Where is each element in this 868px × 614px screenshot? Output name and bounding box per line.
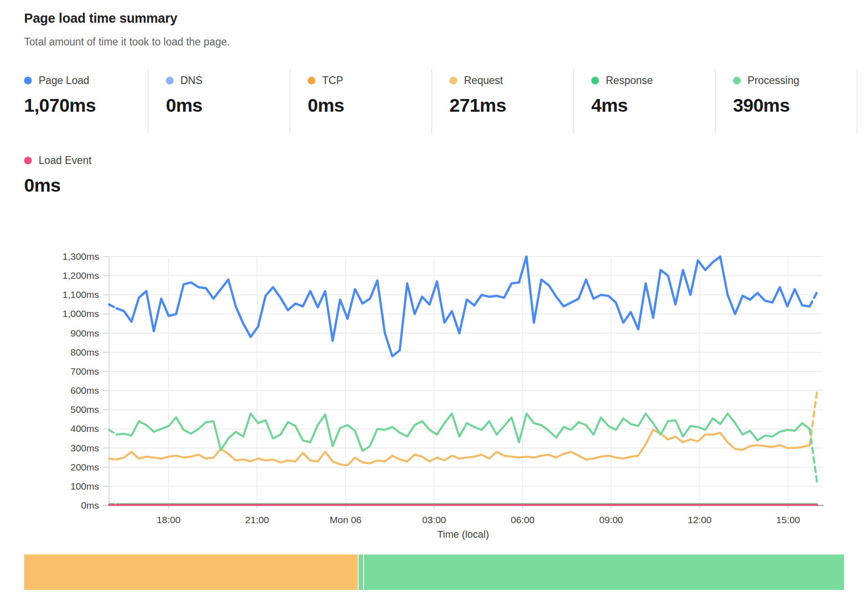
tcp-dot-icon — [308, 77, 315, 84]
svg-text:100ms: 100ms — [70, 481, 99, 491]
svg-text:300ms: 300ms — [70, 443, 99, 453]
svg-text:0ms: 0ms — [81, 500, 99, 510]
metric-tcp-label-row: TCP — [308, 74, 431, 87]
page-load-summary-panel: Page load time summary Total amount of t… — [0, 0, 868, 614]
svg-text:Time (local): Time (local) — [437, 529, 489, 540]
metric-processing-label-row: Processing — [733, 74, 857, 87]
metric-response: Response 4ms — [574, 69, 716, 134]
metric-dns-value: 0ms — [166, 95, 289, 116]
svg-text:800ms: 800ms — [70, 347, 99, 357]
response-dot-icon — [591, 77, 599, 84]
metric-label: Processing — [748, 74, 799, 87]
metric-dns: DNS 0ms — [149, 69, 290, 134]
svg-text:700ms: 700ms — [70, 366, 99, 376]
metric-page-load: Page Load 1,070ms — [24, 69, 149, 134]
svg-text:09:00: 09:00 — [599, 515, 623, 525]
uptime-segment[interactable] — [364, 555, 844, 590]
metric-response-label-row: Response — [591, 74, 715, 87]
processing-dot-icon — [733, 77, 741, 84]
load-time-line-chart[interactable]: 0ms100ms200ms300ms400ms500ms600ms700ms80… — [0, 245, 868, 554]
metric-load-event: Load Event 0ms — [24, 149, 91, 196]
metric-label: Request — [464, 74, 503, 87]
svg-text:500ms: 500ms — [70, 404, 99, 415]
panel-header: Page load time summary Total amount of t… — [24, 11, 230, 48]
uptime-segment[interactable] — [359, 555, 363, 590]
page-load-dot-icon — [24, 77, 32, 84]
metrics-summary-row: Page Load 1,070ms DNS 0ms TCP 0ms Reques… — [24, 69, 858, 134]
page-subtitle: Total amount of time it took to load the… — [24, 36, 230, 48]
svg-text:200ms: 200ms — [70, 462, 99, 472]
svg-text:06:00: 06:00 — [511, 515, 535, 525]
metric-load-event-label-row: Load Event — [24, 154, 91, 167]
metric-label: DNS — [180, 74, 203, 87]
metric-processing-value: 390ms — [733, 95, 857, 116]
uptime-segment[interactable] — [24, 555, 358, 590]
svg-text:900ms: 900ms — [70, 328, 99, 338]
metric-tcp-value: 0ms — [308, 95, 431, 116]
metric-label: Response — [606, 74, 653, 87]
metric-label: Page Load — [39, 74, 89, 87]
metric-load-event-value: 0ms — [24, 175, 91, 196]
svg-text:1,100ms: 1,100ms — [62, 289, 99, 300]
status-timeline-bar[interactable] — [24, 555, 844, 590]
svg-text:21:00: 21:00 — [245, 515, 269, 525]
svg-text:15:00: 15:00 — [776, 515, 800, 525]
metric-label: Load Event — [39, 154, 91, 167]
page-title: Page load time summary — [24, 11, 230, 26]
svg-text:1,000ms: 1,000ms — [62, 308, 99, 319]
metric-processing: Processing 390ms — [716, 69, 858, 134]
request-dot-icon — [449, 77, 457, 84]
svg-text:600ms: 600ms — [70, 385, 99, 396]
svg-text:Mon 06: Mon 06 — [330, 515, 362, 525]
metric-page-load-label-row: Page Load — [24, 74, 148, 87]
metric-request-value: 271ms — [449, 95, 573, 116]
svg-text:03:00: 03:00 — [422, 515, 446, 525]
metric-response-value: 4ms — [591, 95, 715, 116]
svg-text:1,300ms: 1,300ms — [62, 251, 99, 262]
metric-dns-label-row: DNS — [166, 74, 289, 87]
metric-request-label-row: Request — [449, 74, 573, 87]
svg-text:12:00: 12:00 — [688, 515, 712, 525]
load-event-dot-icon — [24, 157, 32, 164]
svg-text:400ms: 400ms — [70, 423, 99, 434]
metric-tcp: TCP 0ms — [290, 69, 432, 134]
dns-dot-icon — [166, 77, 174, 84]
metric-page-load-value: 1,070ms — [24, 95, 148, 116]
metric-request: Request 271ms — [432, 69, 574, 134]
svg-text:1,200ms: 1,200ms — [62, 270, 99, 281]
svg-text:18:00: 18:00 — [157, 515, 181, 525]
metric-label: TCP — [322, 74, 343, 87]
